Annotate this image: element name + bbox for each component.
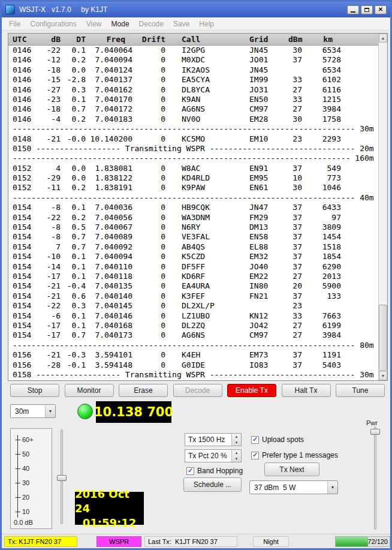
wsjtx-window: WSJT-X v1.7.0 by K1JT ✕ FileConfiguratio… xyxy=(0,0,392,550)
cell-call: DF5FF xyxy=(165,262,245,272)
tx-pct-spinner[interactable]: Tx Pct 20 % ▲▼ xyxy=(185,449,242,462)
cell-dbm: 23 xyxy=(288,301,302,311)
close-button[interactable]: ✕ xyxy=(375,5,387,14)
prefer-type1-checkbox[interactable]: ✓ Prefer type 1 messages xyxy=(251,451,338,459)
decode-row[interactable]: 0146-180.07.0401240IK2AOSJN456534 xyxy=(8,65,378,75)
menu-mode[interactable]: Mode xyxy=(107,18,134,30)
cell-dt: -0.1 xyxy=(61,360,86,370)
decode-row[interactable]: 0154-100.17.0400940K5CZDEM32371854 xyxy=(8,252,378,262)
decode-row[interactable]: 0146-180.77.0401720AG6NSCM97273984 xyxy=(8,104,378,114)
tx-freq-spinner[interactable]: Tx 1500 Hz ▲▼ xyxy=(185,433,242,446)
decode-row[interactable]: 0146-40.27.0401830NV0OEM28301758 xyxy=(8,115,378,124)
rx-gain-slider-thumb[interactable] xyxy=(57,475,67,481)
cell-km: 3809 xyxy=(302,223,341,232)
rx-gain-slider[interactable] xyxy=(57,429,67,524)
cell-call: AG6NS xyxy=(165,330,245,340)
decode-row[interactable]: 0154-220.37.0401450DL2XL/P23 xyxy=(8,301,378,311)
scroll-down-icon[interactable]: ▼ xyxy=(379,371,387,380)
stop-button[interactable]: Stop xyxy=(10,384,59,397)
pwr-slider[interactable] xyxy=(370,426,380,530)
cell-km: 5728 xyxy=(302,55,341,65)
tx-next-button[interactable]: Tx Next xyxy=(264,462,319,476)
scroll-up-icon[interactable]: ▲ xyxy=(379,34,387,43)
decode-row[interactable]: 0154-21-0.47.0401350EA4URAIN80205900 xyxy=(8,281,378,291)
decode-row[interactable]: 0148-21-0.010.1402000KC5MOEM10232293 xyxy=(8,134,378,144)
decode-row[interactable]: 0156-28-0.13.5941480G0IDEIO83375403 xyxy=(8,360,378,370)
decode-row[interactable]: 0154-170.17.0401180KD6RFEM22272013 xyxy=(8,272,378,281)
cell-dbm: 30 xyxy=(288,46,302,55)
cell-utc: 0154 xyxy=(8,232,36,242)
decode-row[interactable]: 0156-21-0.33.5941010K4EHEM73371191 xyxy=(8,350,378,360)
cell-dbm: 33 xyxy=(288,311,302,321)
column-header-utc: UTC xyxy=(8,34,36,45)
clock-time: 01:59:12 xyxy=(83,516,137,530)
cell-dbm: 30 xyxy=(288,115,302,124)
band-select[interactable]: 30m ▼ xyxy=(10,404,56,418)
halt-tx-button[interactable]: Halt Tx xyxy=(282,384,331,397)
band-select-value: 30m xyxy=(11,407,45,416)
cell-dt: 0.6 xyxy=(61,291,86,301)
spin-up-icon[interactable]: ▲ xyxy=(232,450,241,456)
decode-row[interactable]: 0146-230.17.0401700K9ANEN50331215 xyxy=(8,95,378,104)
spin-up-icon[interactable]: ▲ xyxy=(232,434,241,440)
decode-row[interactable]: 0154-170.77.0401730AG6NSCM97273984 xyxy=(8,330,378,340)
band-hopping-checkbox[interactable]: ✓ Band Hopping xyxy=(186,467,243,475)
spin-down-icon[interactable]: ▼ xyxy=(232,440,241,446)
cell-grid: EL88 xyxy=(245,242,288,252)
decode-scrollbar[interactable]: ▲ ▼ xyxy=(378,34,387,380)
tune-button[interactable]: Tune xyxy=(336,384,385,397)
cell-dt: -0.3 xyxy=(61,350,86,360)
erase-button[interactable]: Erase xyxy=(119,384,168,397)
cell-call: AB4QS xyxy=(165,242,245,252)
cell-grid: IO83 xyxy=(245,360,288,370)
cell-drift: 0 xyxy=(132,311,165,321)
cell-dt: 0.2 xyxy=(61,115,86,124)
menu-file[interactable]: File xyxy=(4,18,25,30)
cell-drift: 0 xyxy=(132,134,165,144)
decode-row[interactable]: 0152-110.21.8381910K9PAWEN61301046 xyxy=(8,183,378,193)
cell-grid: CM97 xyxy=(245,104,288,114)
spinner-buttons[interactable]: ▲▼ xyxy=(231,434,241,446)
meter-scale-mark: 60+ xyxy=(16,432,34,447)
schedule-button[interactable]: Schedule ... xyxy=(183,477,242,492)
scrollbar-thumb[interactable] xyxy=(379,305,387,371)
spinner-buttons[interactable]: ▲▼ xyxy=(231,450,241,462)
maximize-button[interactable] xyxy=(361,5,373,14)
decode-row[interactable]: 0154-80.77.0400890VE3FALEN58371454 xyxy=(8,232,378,242)
decode-row[interactable]: 0146-15-2.87.0401370EA5CYAIM99336102 xyxy=(8,75,378,85)
cell-dt: 0.1 xyxy=(61,95,86,104)
menu-view[interactable]: View xyxy=(82,18,107,30)
cell-freq: 7.040145 xyxy=(86,301,132,311)
frequency-display: 10.138 700 xyxy=(96,401,171,423)
spin-down-icon[interactable]: ▼ xyxy=(232,456,241,462)
decode-row[interactable]: 0146-270.37.0401620DL8YCAJO31276116 xyxy=(8,85,378,95)
cell-call: DL2ZQ xyxy=(165,321,245,330)
decode-row[interactable]: 0154-60.17.0401460LZ1UBOKN12337663 xyxy=(8,311,378,321)
enable-tx-button[interactable]: Enable Tx xyxy=(227,384,276,397)
decode-row[interactable]: 015240.01.8380810W8ACEN9137549 xyxy=(8,164,378,173)
pwr-slider-thumb[interactable] xyxy=(370,429,380,435)
decode-button[interactable]: Decode xyxy=(173,384,222,397)
menu-save[interactable]: Save xyxy=(168,18,194,30)
decode-row[interactable]: 0154-170.17.0401680DL2ZQJO42276199 xyxy=(8,321,378,330)
menu-decode[interactable]: Decode xyxy=(134,18,168,30)
decode-row[interactable]: 0146-220.17.0400640I2GPGJN45306534 xyxy=(8,46,378,55)
decode-row[interactable]: 0154-80.57.0400670N6RYDM13373809 xyxy=(8,223,378,232)
cell-freq: 3.594148 xyxy=(86,360,132,370)
decode-row[interactable]: 0152-290.01.8381220KD4RLDEM9510773 xyxy=(8,173,378,183)
decode-row[interactable]: 0154-220.27.0400560WA3DNMFM293797 xyxy=(8,213,378,223)
menu-configurations[interactable]: Configurations xyxy=(25,18,81,30)
upload-spots-checkbox[interactable]: ✓ Upload spots xyxy=(251,435,304,444)
menu-help[interactable]: Help xyxy=(194,18,219,30)
cell-km: 6102 xyxy=(302,75,341,85)
decode-row[interactable]: 015470.77.0400920AB4QSEL88371518 xyxy=(8,242,378,252)
rx-progress-bar: 72/120 xyxy=(335,536,390,547)
minimize-button[interactable] xyxy=(347,5,359,14)
decode-row[interactable]: 0146-120.27.0400940M0XDCJO01375728 xyxy=(8,55,378,65)
decode-row[interactable]: 0154-210.67.0401400K3FEFFN2137133 xyxy=(8,291,378,301)
decode-row[interactable]: 0154-140.17.0401100DF5FFJO40376290 xyxy=(8,262,378,272)
decode-row[interactable]: 0154-80.17.0400360HB9CQKJN47376433 xyxy=(8,203,378,212)
power-select[interactable]: 37 dBm 5 W ▼ xyxy=(249,480,338,494)
cell-dbm: 37 xyxy=(288,213,302,223)
monitor-button[interactable]: Monitor xyxy=(65,384,114,397)
